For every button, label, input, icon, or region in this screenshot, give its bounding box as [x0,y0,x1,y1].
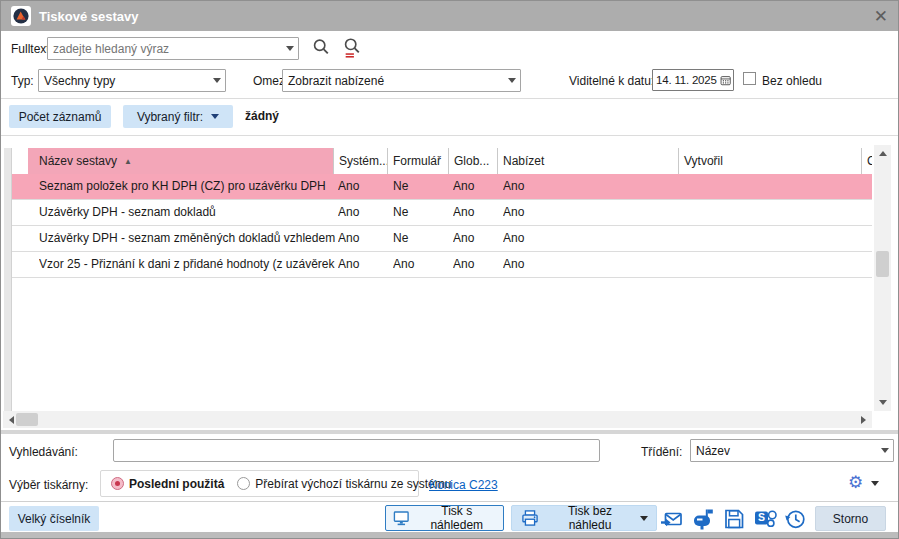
type-value: Všechny typy [39,74,208,88]
selected-filter-value: žádný [245,109,279,123]
column-header-name[interactable]: Název sestavy▲ [28,148,333,174]
cell-form: Ne [393,226,453,251]
table-body: Seznam položek pro KH DPH (CZ) pro uzávě… [12,174,872,278]
horizontal-scroll-thumb[interactable] [16,413,38,426]
cell-form: Ne [393,200,453,225]
restriction-value: Zobrazit nabízené [283,74,503,88]
cancel-button[interactable]: Storno [815,506,886,531]
restriction-select[interactable]: Zobrazit nabízené [282,69,521,92]
title-bar: Tiskové sestavy ✕ [1,1,898,31]
filter-dropdown-arrow [211,114,219,119]
search-icon[interactable] [310,36,334,60]
sort-label: Třídění: [641,445,682,459]
cell-system: Ano [338,226,393,251]
window-title: Tiskové sestavy [39,9,139,24]
type-label: Typ: [11,74,34,88]
type-dropdown-arrow[interactable] [208,70,225,91]
window-bottom-frame [1,532,898,538]
scroll-up-icon[interactable] [874,145,891,162]
cell-name: Uzávěrky DPH - seznam změněných dokladů … [39,226,338,251]
cell-global: Ano [453,226,503,251]
cell-global: Ano [453,200,503,225]
fulltext-dropdown-arrow[interactable] [281,38,298,59]
cell-form: Ne [393,174,453,199]
column-header-system[interactable]: Systém... [333,148,387,174]
visible-date-label: Viditelné k datu: [569,74,654,88]
scroll-down-icon[interactable] [874,394,891,411]
cell-created-by [684,226,872,251]
sort-asc-icon: ▲ [124,157,132,166]
save-icon[interactable] [721,507,747,531]
cell-system: Ano [338,252,393,277]
cell-offer: Ano [503,174,684,199]
gear-dropdown-arrow[interactable] [871,481,879,486]
cell-system: Ano [338,200,393,225]
print-preview-button[interactable]: Tisk s náhledem [385,505,504,531]
column-header-global[interactable]: Glob... [448,148,497,174]
cell-global: Ano [453,252,503,277]
gear-icon[interactable]: ⚙ [848,474,863,491]
visible-date-field[interactable]: 14. 11. 2025 [652,69,734,91]
cell-offer: Ano [503,252,684,277]
scroll-right-icon[interactable] [855,411,872,428]
divider [1,135,898,136]
mailbox-icon[interactable] [690,507,716,531]
fulltext-combobox[interactable] [47,37,299,60]
horizontal-scrollbar[interactable] [3,411,872,428]
cell-offer: Ano [503,200,684,225]
big-list-button[interactable]: Velký číselník [9,506,99,531]
cell-name: Seznam položek pro KH DPH (CZ) pro uzávě… [39,174,338,199]
radio-system-default-label: Přebírat výchozí tiskárnu ze systému [255,477,451,491]
column-header-created-by[interactable]: Vytvořil [678,148,861,174]
quick-search-label: Vyhledávání: [9,445,78,459]
record-count-button[interactable]: Počet záznamů [9,105,111,128]
type-select[interactable]: Všechny typy [38,69,226,92]
svg-text:S: S [757,511,764,523]
divider [1,98,898,99]
cell-offer: Ano [503,226,684,251]
history-icon[interactable] [782,507,808,531]
send-email-icon[interactable] [659,507,685,531]
exchange-icon[interactable]: S [751,507,779,531]
quick-search-input[interactable] [113,439,600,462]
calendar-icon[interactable] [720,73,731,88]
cell-name: Uzávěrky DPH - seznam dokladů [39,200,338,225]
print-reports-dialog: Tiskové sestavy ✕ Fulltext Typ: Všechny … [0,0,899,539]
column-header-truncated[interactable]: C [861,148,872,174]
cell-created-by [684,252,872,277]
printer-icon [520,508,540,528]
divider [1,501,898,502]
printer-link[interactable]: Konica C223 [429,478,498,492]
sort-dropdown-arrow[interactable] [876,440,893,461]
fulltext-input[interactable] [48,42,281,56]
table-row[interactable]: Uzávěrky DPH - seznam změněných dokladů … [12,226,872,252]
radio-system-default[interactable] [237,477,250,490]
visible-date-value: 14. 11. 2025 [653,74,720,86]
regardless-label: Bez ohledu [762,74,822,88]
sort-value: Název [691,444,876,458]
monitor-icon [392,508,411,528]
sort-select[interactable]: Název [690,439,894,462]
regardless-checkbox[interactable] [743,72,756,85]
cell-created-by [684,174,872,199]
table-row-selected[interactable]: Seznam položek pro KH DPH (CZ) pro uzávě… [12,174,872,200]
table-row[interactable]: Uzávěrky DPH - seznam dokladů Ano Ne Ano… [12,200,872,226]
cell-system: Ano [338,174,393,199]
cell-form: Ano [393,252,453,277]
print-direct-button[interactable]: Tisk bez náhledu [511,505,657,531]
radio-last-used[interactable] [111,477,124,490]
column-header-offer[interactable]: Nabízet [497,148,678,174]
column-header-form[interactable]: Formulář [387,148,448,174]
app-logo-icon [11,6,31,26]
vertical-scrollbar[interactable] [874,145,891,411]
selected-filter-button[interactable]: Vybraný filtr: [123,105,233,128]
restriction-dropdown-arrow[interactable] [503,70,520,91]
cell-global: Ano [453,174,503,199]
printer-select-label: Výběr tiskárny: [9,478,88,492]
vertical-scroll-thumb[interactable] [876,251,889,277]
table-row[interactable]: Vzor 25 - Přiznání k dani z přidané hodn… [12,252,872,278]
radio-last-used-label: Poslední použitá [129,477,224,491]
close-icon[interactable]: ✕ [874,8,888,25]
search-advanced-icon[interactable] [341,36,365,60]
print-direct-dropdown-arrow[interactable] [640,516,648,521]
